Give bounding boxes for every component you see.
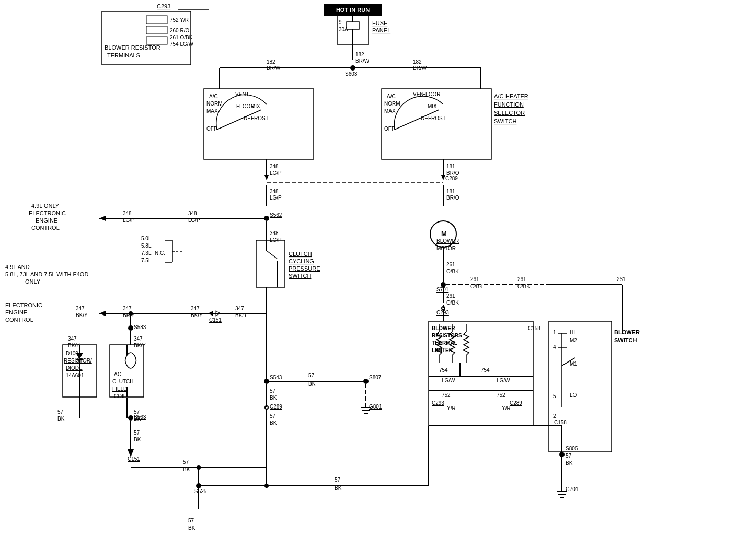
svg-text:9: 9 (339, 19, 342, 25)
svg-text:752: 752 (442, 392, 451, 398)
svg-text:347: 347 (123, 306, 132, 311)
svg-text:LG/P: LG/P (188, 217, 200, 223)
svg-text:5.8L, 73L AND 7.5L WITH E4OD: 5.8L, 73L AND 7.5L WITH E4OD (5, 271, 88, 277)
svg-text:BK/Y: BK/Y (68, 343, 80, 348)
svg-text:347: 347 (68, 336, 77, 342)
svg-text:RESISTORS: RESISTORS (432, 333, 462, 339)
svg-text:BLOWER: BLOWER (432, 325, 455, 331)
svg-text:BR/W: BR/W (413, 65, 427, 71)
svg-text:C289: C289 (270, 404, 282, 410)
svg-text:261: 261 (470, 276, 479, 282)
svg-text:261: 261 (446, 262, 455, 267)
svg-text:M: M (441, 230, 447, 238)
svg-text:FUNCTION: FUNCTION (494, 101, 524, 108)
svg-text:C289: C289 (445, 176, 458, 181)
svg-text:BLOWER: BLOWER (436, 238, 459, 244)
svg-text:A/C: A/C (387, 94, 396, 99)
svg-text:7.5L: 7.5L (141, 258, 152, 263)
svg-text:LG/W: LG/W (497, 378, 510, 383)
svg-text:348: 348 (188, 211, 197, 216)
svg-text:BK/Y: BK/Y (235, 312, 247, 318)
svg-text:2: 2 (553, 413, 556, 419)
svg-text:57: 57 (270, 413, 276, 419)
svg-text:SWITCH: SWITCH (289, 273, 311, 279)
svg-text:7.3L: 7.3L (141, 250, 152, 256)
svg-text:CYCLING: CYCLING (289, 258, 314, 264)
svg-text:1: 1 (553, 330, 556, 335)
svg-text:O/BK: O/BK (446, 300, 459, 306)
svg-text:BK: BK (566, 460, 573, 466)
svg-text:A/C: A/C (209, 94, 218, 99)
svg-text:S603: S603 (345, 71, 358, 77)
svg-text:181: 181 (446, 164, 455, 169)
svg-text:ENGINE: ENGINE (5, 309, 27, 316)
svg-text:182: 182 (267, 59, 275, 65)
svg-text:BK: BK (270, 420, 277, 426)
svg-text:261: 261 (617, 276, 626, 282)
svg-text:NORM: NORM (384, 101, 400, 107)
svg-text:BK: BK (134, 416, 141, 422)
svg-text:BR/O: BR/O (446, 195, 459, 201)
svg-text:SWITCH: SWITCH (494, 118, 516, 124)
svg-text:TERMINALS: TERMINALS (107, 52, 140, 59)
svg-text:57: 57 (335, 477, 341, 483)
svg-text:VENT: VENT (235, 91, 249, 97)
svg-text:182: 182 (355, 52, 364, 57)
svg-text:S543: S543 (270, 375, 282, 380)
svg-text:57: 57 (183, 459, 189, 465)
svg-text:BK: BK (183, 466, 190, 472)
svg-text:THERMAL: THERMAL (432, 340, 457, 346)
svg-text:G801: G801 (369, 404, 382, 410)
svg-text:752 Y/R: 752 Y/R (170, 17, 189, 23)
svg-text:O/BK: O/BK (470, 284, 483, 289)
svg-text:BK: BK (335, 485, 342, 491)
svg-text:FIELD: FIELD (112, 386, 127, 392)
svg-text:ENGINE: ENGINE (36, 217, 58, 224)
svg-text:CONTROL: CONTROL (31, 225, 60, 231)
svg-text:C293: C293 (432, 400, 444, 406)
svg-text:CLUTCH: CLUTCH (289, 251, 312, 257)
svg-text:57: 57 (188, 518, 194, 523)
svg-text:S701: S701 (436, 287, 449, 293)
svg-text:4.9L ONLY: 4.9L ONLY (31, 203, 60, 209)
svg-text:348: 348 (270, 164, 279, 169)
svg-text:BK: BK (134, 437, 141, 442)
svg-text:347: 347 (191, 306, 200, 311)
svg-text:ONLY: ONLY (25, 278, 41, 285)
svg-text:HOT IN RUN: HOT IN RUN (336, 7, 370, 13)
svg-text:BK: BK (58, 416, 65, 422)
svg-text:5.0L: 5.0L (141, 236, 152, 241)
svg-text:RESISTOR/: RESISTOR/ (64, 358, 92, 364)
svg-text:MAX: MAX (206, 108, 218, 114)
svg-point-187 (363, 379, 369, 384)
svg-text:PRESSURE: PRESSURE (289, 265, 320, 272)
svg-text:260 R/O: 260 R/O (170, 28, 189, 33)
svg-text:M2: M2 (570, 337, 577, 343)
svg-text:C151: C151 (128, 456, 140, 462)
svg-text:347: 347 (134, 336, 143, 342)
svg-text:C289: C289 (510, 400, 522, 406)
svg-text:57: 57 (134, 409, 140, 415)
svg-text:CLUTCH: CLUTCH (112, 379, 134, 384)
svg-text:LO: LO (570, 392, 577, 398)
svg-text:S583: S583 (134, 324, 146, 330)
svg-text:MAX: MAX (384, 108, 396, 114)
svg-text:COIL: COIL (114, 393, 126, 399)
svg-text:LG/W: LG/W (442, 378, 455, 383)
svg-text:PANEL: PANEL (372, 27, 390, 33)
svg-text:261 O/BK: 261 O/BK (170, 34, 193, 40)
svg-text:SELECTOR: SELECTOR (494, 110, 525, 116)
svg-text:DIODE: DIODE (66, 365, 83, 371)
svg-point-168 (197, 465, 201, 470)
svg-text:LG/P: LG/P (270, 170, 282, 176)
svg-text:BK/Y: BK/Y (76, 312, 88, 318)
svg-text:C293: C293 (157, 3, 170, 9)
svg-text:MIX: MIX (428, 103, 437, 109)
svg-text:NORM: NORM (206, 101, 223, 107)
svg-text:57: 57 (308, 372, 315, 378)
svg-text:182: 182 (413, 59, 422, 65)
svg-text:Y/R: Y/R (447, 405, 456, 411)
svg-text:C158: C158 (528, 325, 540, 331)
svg-text:C158: C158 (554, 419, 567, 425)
svg-point-251 (559, 452, 565, 457)
